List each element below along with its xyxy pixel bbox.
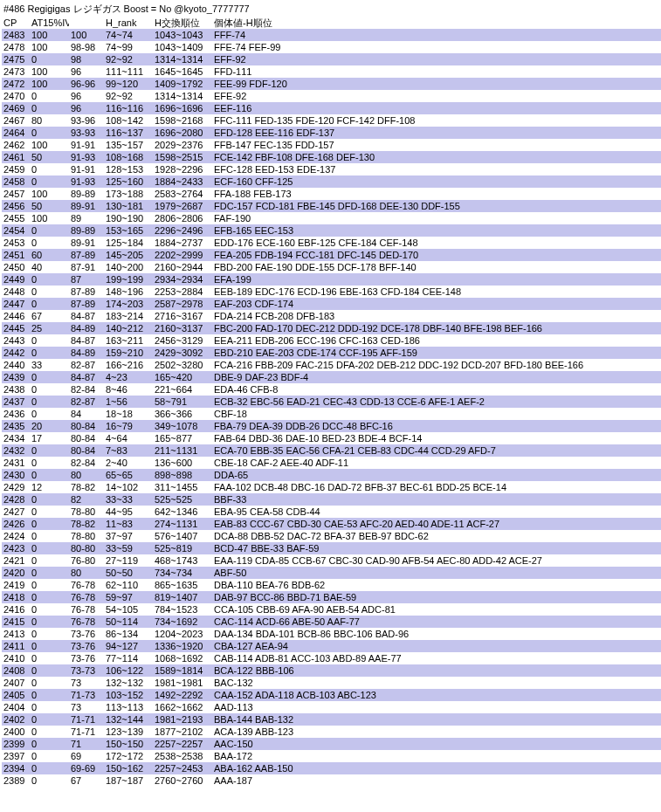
cell-at: 0 [30,383,69,396]
cell-kv: EFE-92 [212,90,661,102]
cell-at: 12 [30,481,69,493]
cell-at: 0 [30,738,69,750]
table-row: 2427078-8044~95642~1346EBA-95 CEA-58 CDB… [2,506,661,518]
cell-kv: FFF-74 [212,29,661,41]
table-row: 2411073-7694~1271336~1920CBA-127 AEA-94 [2,640,661,652]
cell-cp: 2426 [2,518,30,530]
cell-iv: 89-91 [69,200,104,212]
col-cp: CP [2,17,30,29]
cell-kv: ABA-162 AAB-150 [212,762,661,774]
cell-kv: EDA-46 CFB-8 [212,383,661,396]
cell-iv: 69 [69,750,104,762]
cell-cp: 2411 [2,640,30,652]
cell-cp: 2443 [2,334,30,347]
col-at: AT15%IV% [30,17,69,29]
cell-hx: 819~1407 [153,591,212,603]
cell-cp: 2455 [2,212,30,224]
cell-cp: 2451 [2,249,30,261]
cell-iv: 89-89 [69,224,104,237]
cell-at: 0 [30,237,69,249]
cell-at: 20 [30,420,69,432]
table-row: 243608418~18366~366CBF-18 [2,408,661,420]
cell-hr: 173~188 [104,188,153,200]
cell-hx: 2202~2999 [153,249,212,261]
table-row: 245710089-89173~1882583~2764FFA-188 FEB-… [2,188,661,200]
col-hx: H交換順位 [153,17,212,29]
cell-at: 0 [30,469,69,481]
cell-hx: 2160~3137 [153,322,212,334]
cell-kv: EDD-176 ECE-160 EBF-125 CFE-184 CEF-148 [212,237,661,249]
cell-kv: AAD-113 [212,701,661,713]
cell-kv: CAC-114 ACD-66 ABE-50 AAF-77 [212,616,661,628]
cell-at: 0 [30,567,69,579]
cell-cp: 2435 [2,420,30,432]
cell-at: 100 [30,188,69,200]
cell-hr: 108~142 [104,114,153,127]
cell-iv: 80 [69,469,104,481]
cell-hx: 366~366 [153,408,212,420]
cell-kv: FAF-190 [212,212,661,224]
cell-kv: EEA-211 EDB-206 ECC-196 CFC-163 CED-186 [212,334,661,347]
cell-hx: 1043~1043 [153,29,212,41]
cell-cp: 2416 [2,603,30,616]
cell-hr: 86~134 [104,628,153,640]
cell-at: 33 [30,359,69,371]
cell-at: 0 [30,750,69,762]
cell-cp: 2467 [2,114,30,127]
cell-hr: 187~187 [104,774,153,787]
cell-iv: 80 [69,567,104,579]
page-title: #486 Regigigas レジギガス Boost = No @kyoto_7… [2,2,661,17]
cell-at: 100 [30,78,69,90]
cell-hx: 2502~3280 [153,359,212,371]
table-row: 246210091-91135~1572029~2376FFB-147 FEC-… [2,139,661,151]
cell-hr: 92~92 [104,53,153,65]
table-row: 2413073-7686~1341204~2023DAA-134 BDA-101… [2,628,661,640]
cell-hx: 1598~2515 [153,151,212,163]
cell-hx: 2934~2934 [153,273,212,286]
cell-iv: 84-89 [69,347,104,359]
table-row: 2449087199~1992934~2934EFA-199 [2,273,661,286]
cell-kv: FCE-142 FBF-108 DFE-168 DEF-130 [212,151,661,163]
cell-at: 0 [30,628,69,640]
cell-iv: 73 [69,701,104,713]
cell-kv: EBA-95 CEA-58 CDB-44 [212,506,661,518]
cell-at: 25 [30,322,69,334]
cell-cp: 2464 [2,127,30,139]
cell-at: 100 [30,65,69,78]
cell-kv: BCD-47 BBE-33 BAF-59 [212,542,661,554]
cell-hx: 1314~1314 [153,53,212,65]
cell-hx: 1877~2102 [153,726,212,738]
cell-iv: 67 [69,774,104,787]
cell-hr: 33~59 [104,542,153,554]
table-row: 2404073113~1131662~1662AAD-113 [2,701,661,713]
cell-kv: FBC-200 FAD-170 DEC-212 DDD-192 DCE-178 … [212,322,661,334]
cell-hr: 150~150 [104,738,153,750]
cell-iv: 91-93 [69,175,104,188]
table-row: 2443084-87163~2112456~3129EEA-211 EDB-20… [2,334,661,347]
cell-at: 0 [30,652,69,664]
cell-hr: 145~205 [104,249,153,261]
cell-hr: 163~211 [104,334,153,347]
cell-at: 0 [30,175,69,188]
cell-iv: 76-78 [69,579,104,591]
cell-hx: 525~525 [153,493,212,506]
cell-cp: 2462 [2,139,30,151]
cell-iv: 98 [69,53,104,65]
cell-iv: 84 [69,408,104,420]
cell-kv: EAF-203 CDF-174 [212,298,661,310]
cell-iv: 91-93 [69,151,104,163]
cell-at: 0 [30,542,69,554]
cell-at: 0 [30,444,69,457]
cell-cp: 2424 [2,530,30,542]
cell-hr: 172~172 [104,750,153,762]
cell-hr: 116~137 [104,127,153,139]
cell-at: 0 [30,224,69,237]
cell-at: 0 [30,603,69,616]
cell-hx: 1336~1920 [153,640,212,652]
cell-cp: 2450 [2,261,30,273]
cell-hr: 50~114 [104,616,153,628]
cell-iv: 71 [69,738,104,750]
cell-cp: 2440 [2,359,30,371]
table-row: 2431082-842~40136~600CBE-18 CAF-2 AEE-40… [2,457,661,469]
col-kv: 個体値-H順位 [212,17,661,29]
